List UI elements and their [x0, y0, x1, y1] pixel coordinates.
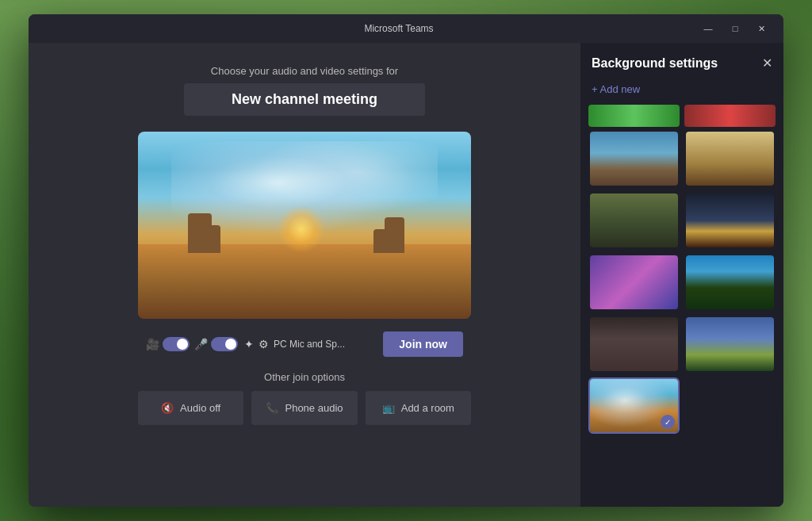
close-button[interactable]: ✕ [750, 21, 774, 36]
background-settings-panel: Background settings ✕ + Add new [580, 43, 783, 507]
illustration-thumb-inner [686, 317, 774, 371]
video-preview [138, 132, 471, 319]
video-icon: 🎥 [146, 338, 159, 351]
forest-thumb-inner [686, 255, 774, 309]
mic-toggle[interactable] [211, 337, 238, 351]
arch-thumb[interactable] [684, 130, 776, 187]
join-options-row: 🔇 Audio off 📞 Phone audio 📺 Add a room [138, 391, 471, 425]
street-thumb-inner [590, 317, 678, 371]
video-toggle-group: 🎥 [146, 337, 190, 351]
mic-icon: 🎤 [194, 338, 208, 351]
mech-thumb[interactable] [684, 192, 776, 249]
title-bar: Microsoft Teams — □ ✕ [29, 14, 783, 43]
audio-off-icon: 🔇 [161, 402, 174, 414]
main-panel: Choose your audio and video settings for… [29, 43, 580, 507]
add-room-button[interactable]: 📺 Add a room [366, 391, 471, 425]
video-toggle[interactable] [163, 337, 190, 351]
audio-off-button[interactable]: 🔇 Audio off [138, 391, 243, 425]
rock-4 [373, 229, 388, 253]
mountain-thumb[interactable] [588, 130, 680, 187]
mountain-thumb-inner [590, 132, 678, 186]
arch-thumb-inner [686, 132, 774, 186]
purple-thumb[interactable] [588, 254, 680, 311]
window-title: Microsoft Teams [364, 23, 433, 34]
desert-floor [138, 244, 471, 319]
red-bar-thumb[interactable] [684, 105, 776, 127]
bg-panel-header: Background settings ✕ [580, 43, 783, 80]
window-controls: — □ ✕ [696, 21, 774, 36]
green-bar-thumb[interactable] [588, 105, 680, 127]
forest-thumb[interactable] [684, 254, 776, 311]
controls-bar: 🎥 🎤 ✦ ⚙ PC Mic and Sp... Join now [138, 327, 471, 362]
video-toggle-knob [177, 339, 188, 350]
meeting-title-box: New channel meeting [184, 83, 425, 116]
phone-audio-label: Phone audio [285, 402, 343, 414]
add-room-icon: 📺 [382, 402, 395, 414]
meeting-subtitle: Choose your audio and video settings for [211, 65, 398, 77]
other-options-label: Other join options [264, 371, 345, 383]
purple-thumb-inner [590, 255, 678, 309]
minimize-button[interactable]: — [696, 21, 720, 36]
add-room-label: Add a room [401, 402, 454, 414]
audio-off-label: Audio off [180, 402, 220, 414]
join-now-button[interactable]: Join now [383, 331, 463, 357]
phone-audio-icon: 📞 [266, 402, 278, 414]
red-bar-inner [684, 105, 776, 127]
illustration-thumb[interactable] [684, 316, 776, 373]
app-window: Microsoft Teams — □ ✕ Choose your audio … [29, 14, 783, 507]
phone-audio-button[interactable]: 📞 Phone audio [251, 391, 357, 425]
settings-gear-icon[interactable]: ⚙ [259, 338, 269, 351]
content-area: Choose your audio and video settings for… [29, 43, 783, 507]
door-thumb-inner [590, 193, 678, 247]
noise-cancellation-icon: ✦ [244, 338, 254, 351]
video-canvas [138, 132, 471, 319]
mech-thumb-inner [686, 193, 774, 247]
rock-2 [205, 225, 220, 253]
door-thumb[interactable] [588, 192, 680, 249]
meeting-title: New channel meeting [232, 91, 377, 107]
mic-toggle-knob [225, 339, 236, 350]
close-bg-panel-button[interactable]: ✕ [762, 56, 772, 71]
audio-device-label: PC Mic and Sp... [274, 339, 378, 350]
mic-toggle-group: 🎤 [194, 337, 238, 351]
green-bar-inner [588, 105, 680, 127]
background-grid: ✓ [580, 130, 783, 434]
bg-panel-title: Background settings [592, 56, 718, 71]
color-bar-row [580, 105, 783, 130]
maximize-button[interactable]: □ [723, 21, 747, 36]
add-new-background-button[interactable]: + Add new [580, 80, 783, 105]
selected-bg-thumb[interactable]: ✓ [588, 377, 680, 435]
street-thumb[interactable] [588, 316, 680, 373]
